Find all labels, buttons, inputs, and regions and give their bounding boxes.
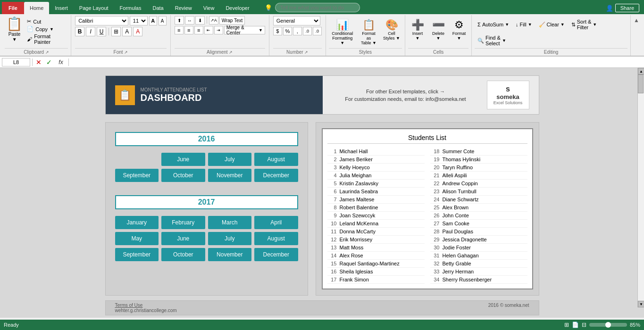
increase-indent-button[interactable]: ⇥ xyxy=(214,26,223,34)
tab-developer[interactable]: Developer xyxy=(220,2,255,14)
cell-reference-input[interactable] xyxy=(2,58,30,66)
formula-function-icon[interactable]: fx xyxy=(55,59,67,66)
tab-formulas[interactable]: Formulas xyxy=(114,2,147,14)
september-2016-button[interactable]: September xyxy=(115,169,159,182)
delete-button[interactable]: ➖ Delete▼ xyxy=(429,18,448,41)
autosum-button[interactable]: ΣAutoSum▼ xyxy=(475,17,512,32)
list-item: 16Sheila Iglesias xyxy=(327,268,425,276)
bold-button[interactable]: B xyxy=(75,27,84,36)
july-2017-button[interactable]: July xyxy=(208,232,252,245)
list-item: 28Paul Douglas xyxy=(430,228,527,236)
september-2017-button[interactable]: September xyxy=(115,248,159,261)
text-orient-button[interactable]: ↗A xyxy=(209,16,218,25)
insert-button[interactable]: ➕ Insert▼ xyxy=(408,18,427,41)
alignment-group-label: Alignment ↗ xyxy=(175,48,265,55)
align-left-button[interactable]: ≡ xyxy=(175,26,184,34)
banner-subtitle: MONTHLY ATTENDANCE LIST xyxy=(141,87,207,92)
fill-button[interactable]: ↓Fill▼ xyxy=(513,17,535,32)
tell-me-input[interactable] xyxy=(275,3,360,12)
number-group-label: Number ↗ xyxy=(273,48,322,55)
november-2017-button[interactable]: November xyxy=(208,248,252,261)
december-2016-button[interactable]: December xyxy=(254,169,298,182)
formula-cancel-icon[interactable]: ✕ xyxy=(34,58,43,66)
clipboard-group-label: Clipboard ↗ xyxy=(5,48,68,55)
borders-button[interactable]: ⊞ xyxy=(111,27,121,36)
paste-button[interactable]: 📋 Paste ▼ xyxy=(5,16,24,43)
fill-color-button[interactable]: A xyxy=(122,27,132,36)
tab-review[interactable]: Review xyxy=(169,2,198,14)
underline-button[interactable]: U xyxy=(97,27,106,36)
banner-info2: For customization needs, email to: info@… xyxy=(332,96,479,102)
students-right-column: 18Summer Cote 19Thomas Hylinski 20Taryn … xyxy=(430,148,527,284)
align-bottom-button[interactable]: ⬇ xyxy=(195,16,205,25)
copy-button[interactable]: 📄Copy▼ xyxy=(25,25,68,33)
currency-button[interactable]: $ xyxy=(273,27,282,35)
align-center-button[interactable]: ≡ xyxy=(184,26,193,34)
july-2016-button[interactable]: July xyxy=(208,153,252,166)
december-2017-button[interactable]: December xyxy=(254,248,298,261)
conditional-formatting-button[interactable]: 📊 ConditionalFormatting ▼ xyxy=(329,18,356,46)
align-right-button[interactable]: ≡ xyxy=(194,26,203,34)
format-button[interactable]: ⚙ Format▼ xyxy=(450,18,468,41)
tab-insert[interactable]: Insert xyxy=(49,2,74,14)
february-2017-button[interactable]: February xyxy=(161,216,205,229)
tab-home[interactable]: Home xyxy=(24,2,49,14)
clear-button[interactable]: 🧹Clear▼ xyxy=(536,17,568,32)
august-2016-button[interactable]: August xyxy=(254,153,298,166)
banner-icon: 📋 xyxy=(115,85,135,105)
may-2017-button[interactable]: May xyxy=(115,232,159,245)
tab-file[interactable]: File xyxy=(2,2,24,14)
august-2017-button[interactable]: August xyxy=(254,232,298,245)
font-grow-button[interactable]: A xyxy=(149,16,157,25)
editing-group-label: Editing xyxy=(475,48,627,55)
font-group-label: Font ↗ xyxy=(75,48,167,55)
align-top-button[interactable]: ⬆ xyxy=(175,16,184,25)
october-2016-button[interactable]: October xyxy=(161,169,205,182)
comma-button[interactable]: , xyxy=(293,27,302,35)
ribbon-group-editing: ΣAutoSum▼ ↓Fill▼ 🧹Clear▼ ⇅Sort &Filter▼ … xyxy=(472,15,631,56)
decrease-decimal-button[interactable]: .0 xyxy=(313,27,322,35)
list-item: 7James Maltese xyxy=(327,196,425,204)
terms-link[interactable]: Terms of Use xyxy=(115,303,177,308)
banner-logo: s someka Excel Solutions xyxy=(487,81,529,109)
tab-data[interactable]: Data xyxy=(147,2,169,14)
italic-button[interactable]: I xyxy=(86,27,95,36)
tab-view[interactable]: View xyxy=(198,2,220,14)
formula-input[interactable] xyxy=(71,59,642,65)
list-item: 5Kristin Zaslavsky xyxy=(327,180,425,188)
formula-enter-icon[interactable]: ✓ xyxy=(45,58,53,66)
collapse-ribbon-button[interactable]: ▲ xyxy=(631,15,642,56)
share-button[interactable]: Share xyxy=(615,4,639,12)
june-2017-button[interactable]: June xyxy=(161,232,205,245)
list-item: 33Jerry Herman xyxy=(430,268,527,276)
vertical-scrollbar[interactable]: ▲ ▼ xyxy=(637,68,644,307)
percent-button[interactable]: % xyxy=(283,27,292,35)
find-select-button[interactable]: 🔍Find &Select▼ xyxy=(475,33,509,48)
format-as-table-button[interactable]: 📋 Format asTable ▼ xyxy=(358,18,379,46)
cut-button[interactable]: ✂✂ CutCut xyxy=(25,18,68,25)
font-shrink-button[interactable]: A xyxy=(159,16,167,25)
align-middle-button[interactable]: ↔ xyxy=(185,16,194,25)
decrease-indent-button[interactable]: ⇤ xyxy=(204,26,213,34)
june-2016-button[interactable]: June xyxy=(161,153,205,166)
list-item: 12Erik Morrissey xyxy=(327,236,425,244)
november-2016-button[interactable]: November xyxy=(208,169,252,182)
list-item: 1Michael Hall xyxy=(327,148,425,156)
font-color-button[interactable]: A xyxy=(133,27,142,36)
header-banner: 📋 MONTHLY ATTENDANCE LIST DASHBOARD For … xyxy=(105,75,539,115)
months-2016-grid: June July August September October Novem… xyxy=(115,153,298,182)
tab-page-layout[interactable]: Page Layout xyxy=(74,2,114,14)
font-family-select[interactable]: Calibri xyxy=(75,16,128,25)
font-size-select[interactable]: 11 xyxy=(130,16,148,25)
march-2017-button[interactable]: March xyxy=(208,216,252,229)
format-painter-button[interactable]: 🖌Format Painter xyxy=(25,33,68,45)
ribbon-group-clipboard: 📋 Paste ▼ ✂✂ CutCut 📄Copy▼ 🖌Format Paint… xyxy=(2,15,71,56)
april-2017-button[interactable]: April xyxy=(254,216,298,229)
cells-group-label: Cells xyxy=(408,48,468,55)
increase-decimal-button[interactable]: .0 xyxy=(303,27,312,35)
sort-filter-button[interactable]: ⇅Sort &Filter▼ xyxy=(569,17,600,32)
number-format-select[interactable]: General xyxy=(273,16,320,25)
october-2017-button[interactable]: October xyxy=(161,248,205,261)
january-2017-button[interactable]: January xyxy=(115,216,159,229)
cell-styles-button[interactable]: 🎨 CellStyles ▼ xyxy=(381,18,402,41)
